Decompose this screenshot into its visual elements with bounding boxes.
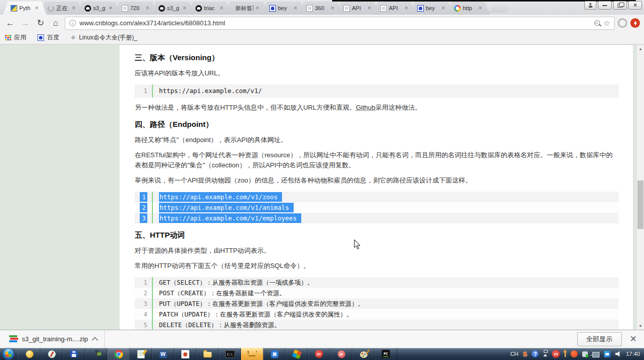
taskbar-app-yellow-ball[interactable] (18, 348, 41, 360)
show-all-downloads-button[interactable]: 全部显示 (577, 332, 622, 346)
taskbar-app-notepad[interactable] (130, 348, 152, 360)
tab-baidu-2[interactable]: bey × (410, 2, 453, 15)
download-bar-close-icon[interactable]: ✕ (630, 335, 637, 343)
code-line[interactable]: 4 PATCH（UPDATE）：在服务器更新资源（客户端提供改变的属性）。 (135, 309, 619, 320)
restore-button[interactable] (613, 1, 627, 10)
scroll-down-arrow[interactable]: ▼ (637, 322, 644, 330)
tab-close-icon[interactable]: × (72, 5, 75, 11)
section-heading-endpoint: 四、路径（Endpoint） (135, 119, 619, 130)
tab-api-2[interactable]: API × (373, 2, 416, 15)
tab-close-icon[interactable]: × (256, 5, 259, 11)
tab-close-icon[interactable]: × (220, 5, 223, 11)
reload-button[interactable]: ↻ (34, 19, 47, 27)
github-link[interactable]: Github (356, 104, 375, 111)
code-line[interactable]: 5 DELETE（DELETE）：从服务器删除资源。 (135, 320, 619, 330)
volume-icon[interactable] (615, 351, 621, 357)
taskbar-app-chrome[interactable] (107, 348, 130, 360)
code-line[interactable]: 1 https://api.example.com/v1/zoos (135, 192, 619, 202)
back-button[interactable]: ← (4, 19, 16, 27)
tab-github-triac[interactable]: triac × (188, 2, 231, 15)
section-heading-http-verbs: 五、HTTP动词 (135, 230, 619, 241)
taskbar-app-compass[interactable] (41, 348, 63, 360)
up-arrow-icon[interactable] (565, 352, 566, 357)
minimize-button[interactable] (598, 1, 612, 10)
tab-close-icon[interactable]: × (441, 5, 445, 11)
tab-close-icon[interactable]: × (109, 5, 112, 11)
chevron-up-icon[interactable] (92, 337, 98, 343)
bookmark-star-icon[interactable]: ☆ (603, 19, 610, 27)
profile-button[interactable] (584, 1, 596, 10)
code-line[interactable]: 3 https://api.example.com/v1/employees (135, 213, 619, 223)
taskbar-app-explorer[interactable] (196, 348, 219, 360)
youdao-dict-icon[interactable] (604, 351, 611, 357)
bookmark-baidu[interactable]: 百度 (37, 33, 59, 42)
download-item[interactable]: s3_git_training-m....zip (0, 330, 105, 348)
scroll-up-arrow[interactable]: ▲ (637, 45, 644, 53)
taskbar-app-palette[interactable] (352, 348, 375, 360)
network-icon[interactable] (592, 352, 599, 357)
scrollbar-thumb[interactable] (637, 181, 643, 229)
close-button[interactable]: ✕ (628, 1, 642, 10)
help-question-icon[interactable]: ? (532, 350, 539, 357)
download-filename[interactable]: s3_git_training-m....zip (22, 335, 88, 343)
taskbar-app-bird[interactable] (330, 348, 352, 360)
tab-close-icon[interactable]: × (368, 5, 371, 11)
page-right-margin (633, 45, 637, 330)
tab-api-1[interactable]: API × (336, 2, 379, 15)
ev-tray-icon[interactable]: eV (552, 350, 560, 358)
tab-baidu[interactable]: bey × (262, 2, 305, 15)
home-button[interactable]: ⌂ (50, 19, 62, 27)
tab-close-icon[interactable]: × (183, 5, 186, 11)
program-green-arrow-icon[interactable] (582, 351, 588, 357)
taskbar-app-cmd[interactable]: C:\ (219, 348, 241, 360)
tab-github-s3-2[interactable]: s3_g × (151, 2, 194, 15)
taskbar-app-word[interactable]: W (152, 348, 174, 360)
vertical-scrollbar[interactable]: ▲ ▼ (637, 45, 644, 330)
tab-close-icon[interactable]: × (331, 5, 334, 11)
code-line[interactable]: 2 POST（CREATE）：在服务器新建一个资源。 (135, 288, 619, 298)
tab-close-icon[interactable]: × (146, 5, 149, 11)
language-indicator[interactable]: CH (510, 351, 518, 357)
tab-close-icon[interactable]: × (478, 5, 482, 11)
paragraph: 路径又称"终点"（endpoint），表示API的具体网址。 (135, 135, 619, 145)
taskbar-app-powerpoint[interactable] (174, 348, 196, 360)
forward-button[interactable]: → (19, 19, 31, 27)
red-bird-icon (338, 350, 345, 358)
code-line[interactable]: 1 https://api.example.com/v1/ (135, 84, 619, 98)
red-circle-icon[interactable] (571, 350, 578, 357)
show-hidden-icons-arrow[interactable] (543, 354, 547, 356)
tab-google[interactable]: http × (447, 2, 490, 15)
url-text[interactable]: www.cnblogs.com/alex3714/articles/680801… (79, 19, 591, 27)
taskbar-app-ev[interactable]: eV (308, 348, 330, 360)
code-line[interactable]: 1 GET（SELECT）：从服务器取出资源（一项或多项）。 (135, 277, 619, 288)
tab-close-icon[interactable]: × (405, 5, 408, 11)
page-info-icon[interactable]: i (69, 20, 76, 26)
tab-loading[interactable]: 正在 × (40, 2, 84, 15)
code-line[interactable]: 3 PUT（UPDATE）：在服务器更新资源（客户端提供改变后的完整资源）。 (135, 298, 619, 309)
tab-close-icon[interactable]: × (35, 5, 38, 11)
tab-close-icon[interactable]: × (294, 5, 297, 11)
zoom-search-icon[interactable] (594, 20, 600, 26)
extension-upload-icon[interactable] (630, 18, 640, 28)
tab-github-s3[interactable]: s3_g × (77, 2, 120, 15)
taskbar-app-floppy[interactable] (63, 348, 85, 360)
sogou-icon[interactable]: S (523, 351, 528, 357)
tab-360[interactable]: 360 × (299, 2, 342, 15)
extension-ring-icon[interactable] (618, 18, 627, 28)
tab-720[interactable]: 720 × (114, 2, 157, 15)
pycharm-icon: PC (382, 350, 390, 358)
code-line[interactable]: 2 https://api.example.com/v1/animals (135, 202, 619, 213)
taskbar-app-pinwheel[interactable] (286, 348, 308, 360)
bookmark-apps[interactable]: 应用 (5, 33, 26, 42)
address-bar[interactable]: i www.cnblogs.com/alex3714/articles/6808… (65, 17, 615, 30)
taskbar-app-virtualbox[interactable] (263, 348, 286, 360)
tab-python[interactable]: Pyth × (3, 2, 47, 15)
taskbar-app-cart-active[interactable] (241, 348, 263, 360)
taskbar-app-pycharm[interactable]: PC (375, 348, 397, 360)
tab-newtab[interactable]: 新标签页 × (225, 2, 268, 15)
taskbar-app-key[interactable] (85, 348, 107, 360)
bookmark-linux-commands[interactable]: ✧ Linux命令大全(手册)_ (70, 33, 137, 42)
start-button[interactable] (3, 348, 14, 360)
clock[interactable]: 17:40 (626, 351, 640, 357)
new-tab-button[interactable] (489, 4, 511, 13)
